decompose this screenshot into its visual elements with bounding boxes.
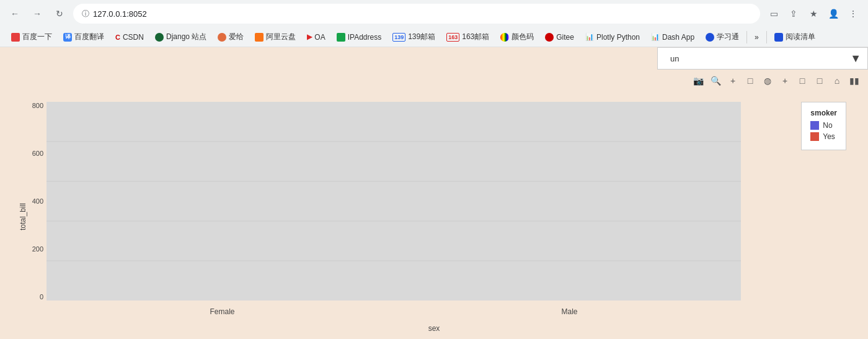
legend-label-no: No — [823, 121, 832, 130]
chart-area: total_bill 800 600 400 200 0 — [0, 94, 868, 339]
bookmark-separator2 — [766, 31, 767, 43]
gitee-icon — [545, 33, 554, 42]
xuetong-icon — [706, 33, 714, 42]
legend-title: smoker — [810, 109, 837, 117]
y-tick-600: 600 — [32, 150, 43, 157]
x-tick-female: Female — [210, 307, 234, 316]
zoom-select-icon[interactable]: □ — [743, 73, 758, 88]
django-icon — [155, 33, 164, 42]
nav-bar: ← → ↻ ⓘ 127.0.0.1:8052 ▭ ⇪ ★ 👤 ⋮ — [0, 0, 868, 27]
zoom-in-icon[interactable]: + — [777, 73, 792, 88]
x-tick-male: Male — [561, 307, 577, 316]
aige-icon — [218, 33, 226, 42]
browser-chrome: ← → ↻ ⓘ 127.0.0.1:8052 ▭ ⇪ ★ 👤 ⋮ 百度一下 译 … — [0, 0, 868, 47]
more-label: » — [755, 33, 759, 42]
dash-icon: 📊 — [651, 33, 660, 41]
legend-item-no: No — [810, 121, 837, 130]
dropdown-value: un — [664, 54, 850, 63]
chart-toolbar: 📷 🔍 + □ ◍ + □ □ ⌂ ▮▮ — [691, 73, 862, 88]
plotly-icon: 📊 — [585, 33, 594, 41]
reading-list-icon — [774, 33, 783, 42]
y-tick-800: 800 — [32, 102, 43, 109]
bookmark-dash[interactable]: 📊 Dash App — [646, 31, 699, 43]
page-content: un ▼ 📷 🔍 + □ ◍ + □ □ ⌂ ▮▮ total_bill 800… — [0, 47, 868, 339]
share-icon[interactable]: ⇪ — [785, 5, 802, 22]
bookmark-label: Dash App — [662, 33, 694, 42]
home-icon[interactable]: ⌂ — [830, 73, 844, 88]
bookmark-separator — [746, 31, 747, 43]
139-icon: 139 — [392, 33, 405, 42]
add-zoom-icon[interactable]: + — [725, 73, 740, 88]
bookmark-label: IPAddress — [348, 33, 381, 42]
oa-icon: ▶ — [307, 33, 312, 41]
bookmark-ali[interactable]: 阿里云盘 — [250, 30, 301, 44]
autoscale-icon[interactable]: □ — [812, 73, 827, 88]
bookmark-xuetong[interactable]: 学习通 — [701, 30, 744, 44]
bookmark-csdn[interactable]: C CSDN — [110, 31, 149, 43]
address-bar[interactable]: ⓘ 127.0.0.1:8052 — [73, 4, 760, 24]
bookmark-star-icon[interactable]: ★ — [805, 5, 822, 22]
bookmark-aige[interactable]: 爱给 — [213, 30, 249, 44]
bookmark-label: 百度翻译 — [74, 32, 104, 42]
menu-icon[interactable]: ⋮ — [844, 5, 862, 22]
ip-icon — [337, 33, 345, 42]
bookmark-label: CSDN — [123, 33, 144, 42]
bookmark-django[interactable]: Django 站点 — [150, 30, 211, 44]
bookmark-oa[interactable]: ▶ OA — [302, 31, 330, 43]
bookmark-baidu[interactable]: 百度一下 — [6, 30, 57, 44]
back-button[interactable]: ← — [6, 5, 24, 22]
chart-plot — [46, 102, 741, 301]
dropdown-arrow-icon: ▼ — [850, 52, 861, 65]
bookmark-gitee[interactable]: Gitee — [540, 31, 579, 43]
bookmark-label: OA — [314, 33, 325, 42]
bookmark-label: 139邮箱 — [408, 32, 435, 42]
bookmark-reading-list[interactable]: 阅读清单 — [769, 30, 820, 44]
dropdown-bar[interactable]: un ▼ — [657, 47, 868, 70]
forward-button[interactable]: → — [29, 5, 46, 22]
x-axis: Female Male — [46, 307, 741, 316]
zoom-out-icon[interactable]: □ — [795, 73, 810, 88]
y-axis-ticks: 800 600 400 200 0 — [16, 102, 46, 301]
url-text: 127.0.0.1:8052 — [93, 9, 147, 19]
ali-icon — [255, 33, 264, 42]
bookmark-label: Django 站点 — [166, 32, 206, 42]
bookmark-label: 学习通 — [717, 32, 739, 42]
legend-label-yes: Yes — [823, 132, 835, 141]
bookmark-label: 163邮箱 — [462, 32, 489, 42]
bookmark-label: 百度一下 — [22, 32, 52, 42]
profile-icon[interactable]: 👤 — [825, 5, 842, 22]
bookmark-label: 阅读清单 — [786, 32, 815, 42]
legend-color-yes — [810, 132, 819, 141]
163-icon: 163 — [446, 33, 459, 42]
y-tick-400: 400 — [32, 197, 43, 205]
legend-item-yes: Yes — [810, 132, 837, 141]
zoom-icon[interactable]: 🔍 — [708, 73, 723, 88]
bookmark-163mail[interactable]: 163 163邮箱 — [441, 30, 494, 44]
baidu-icon — [11, 33, 20, 42]
chart-legend: smoker No Yes — [801, 102, 846, 150]
bookmark-139mail[interactable]: 139 139邮箱 — [388, 30, 440, 44]
bookmark-label: Gitee — [556, 33, 574, 42]
lasso-icon[interactable]: ◍ — [760, 73, 775, 88]
security-icon: ⓘ — [82, 9, 89, 19]
bookmark-label: 爱给 — [229, 32, 244, 42]
chart-type-icon[interactable]: ▮▮ — [847, 73, 862, 88]
bookmark-plotly[interactable]: 📊 Plotly Python — [580, 31, 645, 43]
bookmark-fanyi[interactable]: 译 百度翻译 — [58, 30, 109, 44]
fanyi-icon: 译 — [63, 33, 72, 42]
camera-icon[interactable]: 📷 — [691, 73, 706, 88]
nav-actions: ▭ ⇪ ★ 👤 ⋮ — [765, 5, 862, 22]
y-tick-200: 200 — [32, 245, 43, 253]
reload-button[interactable]: ↻ — [51, 5, 68, 22]
bookmark-label: 阿里云盘 — [266, 32, 296, 42]
bookmark-label: 颜色码 — [512, 32, 534, 42]
y-tick-0: 0 — [40, 293, 43, 301]
legend-color-no — [810, 121, 819, 130]
screen-share-icon[interactable]: ▭ — [765, 5, 782, 22]
bookmark-ipaddress[interactable]: IPAddress — [332, 31, 386, 43]
bookmark-more[interactable]: » — [750, 31, 764, 43]
bookmarks-bar: 百度一下 译 百度翻译 C CSDN Django 站点 爱给 阿里云盘 ▶ O… — [0, 27, 868, 47]
bookmark-color[interactable]: 颜色码 — [495, 30, 539, 44]
chart-container: total_bill 800 600 400 200 0 — [16, 96, 852, 338]
bookmark-label: Plotly Python — [596, 33, 640, 42]
